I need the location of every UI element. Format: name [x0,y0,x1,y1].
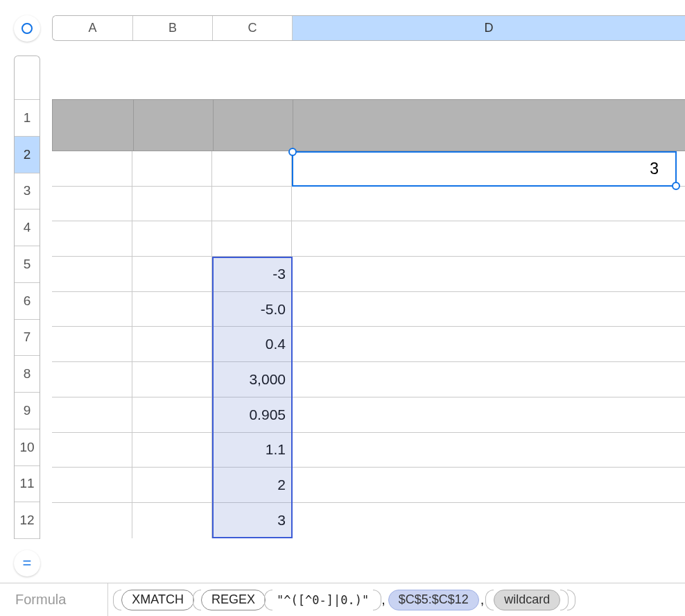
cell-b10[interactable] [132,433,212,468]
formula-bar[interactable]: Formula XMATCH REGEX "^([^0-]|0.)" , $C$… [0,583,685,616]
paren-close-icon [567,590,575,610]
row-header-7[interactable]: 7 [15,320,40,357]
row-header-2[interactable]: 2 [15,137,40,173]
cell-c8[interactable]: 3,000 [212,362,292,397]
equals-icon: = [23,554,32,572]
cell-c3[interactable] [212,187,292,221]
cell-d9[interactable] [292,397,685,432]
table-row [52,187,685,222]
table-row: -3 [52,257,685,292]
cell-c4[interactable] [212,221,292,256]
cell-a9[interactable] [52,397,132,432]
cell-a11[interactable] [52,468,132,502]
cell-c5[interactable]: -3 [212,257,292,291]
comma: , [380,592,388,608]
formula-bar-label: Formula [15,592,66,608]
cell-b8[interactable] [132,362,212,397]
cell-d12[interactable] [292,503,685,538]
cell-b2[interactable] [132,151,212,186]
table-row [52,221,685,257]
table-row: 0.4 [52,327,685,362]
cell-a2[interactable] [52,151,132,186]
cell-b4[interactable] [132,221,212,256]
cell-d5[interactable] [292,257,685,291]
cell-c6[interactable]: -5.0 [212,292,292,327]
cell-d6[interactable] [292,292,685,327]
cell-d11[interactable] [292,468,685,502]
cell-a6[interactable] [52,292,132,327]
row-header-spacer [15,56,40,100]
row-header-5[interactable]: 5 [15,246,40,283]
formula-toggle-button[interactable]: = [14,550,40,576]
row-header-8[interactable]: 8 [15,356,40,393]
cell-b9[interactable] [132,397,212,432]
formula-token-range-ref[interactable]: $C$5:$C$12 [388,590,479,610]
table-row: 3 [52,503,685,538]
formula-token-xmatch[interactable]: XMATCH [121,590,194,610]
cell-d3[interactable] [292,187,685,221]
row-header-column: 1 2 3 4 5 6 7 8 9 10 11 12 [14,55,40,539]
column-header-d[interactable]: D [293,16,685,40]
row-header-9[interactable]: 9 [15,393,40,429]
cell-c2[interactable] [212,151,292,186]
paren-open-icon [113,590,121,610]
table-row: 2 [52,468,685,503]
row-header-10[interactable]: 10 [15,429,40,466]
table-row [52,151,685,187]
cell-d2[interactable] [292,151,685,186]
cell-b11[interactable] [132,468,212,502]
cell-a7[interactable] [52,327,132,361]
row-header-1[interactable]: 1 [15,100,40,137]
table-header-row[interactable] [52,99,685,151]
cell-b5[interactable] [132,257,212,291]
formula-token-stream[interactable]: XMATCH REGEX "^([^0-]|0.)" , $C$5:$C$12 … [114,590,574,610]
formula-token-regex-literal[interactable]: "^([^0-]|0.)" [272,593,373,607]
divider [107,583,108,616]
table-row: -5.0 [52,292,685,327]
row-header-3[interactable]: 3 [15,173,40,210]
cell-b3[interactable] [132,187,212,221]
cell-c9[interactable]: 0.905 [212,397,292,432]
cell-a8[interactable] [52,362,132,397]
column-header-b[interactable]: B [133,16,213,40]
cell-b12[interactable] [132,503,212,538]
table-row: 3,000 [52,362,685,397]
cell-c12[interactable]: 3 [212,503,292,538]
row-header-4[interactable]: 4 [15,209,40,246]
table-row: 1.1 [52,433,685,468]
svg-point-0 [22,24,32,33]
cell-c10[interactable]: 1.1 [212,433,292,468]
cell-d7[interactable] [292,327,685,361]
paren-open-icon [264,590,272,610]
column-header-a[interactable]: A [53,16,133,40]
cell-c11[interactable]: 2 [212,468,292,502]
column-header-c[interactable]: C [213,16,293,40]
cell-a3[interactable] [52,187,132,221]
cell-d10[interactable] [292,433,685,468]
cell-b6[interactable] [132,292,212,327]
row-header-6[interactable]: 6 [15,283,40,320]
cell-a5[interactable] [52,257,132,291]
paren-open-icon [193,590,201,610]
cell-b7[interactable] [132,327,212,361]
cell-c7[interactable]: 0.4 [212,327,292,361]
select-all-handle[interactable] [14,15,40,42]
cell-a10[interactable] [52,433,132,468]
cell-a12[interactable] [52,503,132,538]
row-header-11[interactable]: 11 [15,466,40,503]
circle-icon [20,22,34,35]
column-header-row: A B C D [52,15,685,41]
formula-token-match-mode[interactable]: wildcard [494,590,560,610]
paren-open-icon [485,590,494,610]
cell-a4[interactable] [52,221,132,256]
table-row: 0.905 [52,397,685,433]
row-header-12[interactable]: 12 [15,502,40,539]
formula-token-regex[interactable]: REGEX [201,590,266,610]
cell-d8[interactable] [292,362,685,397]
cell-grid: -3 -5.0 0.4 3,000 0.905 [52,151,685,538]
cell-d4[interactable] [292,221,685,256]
